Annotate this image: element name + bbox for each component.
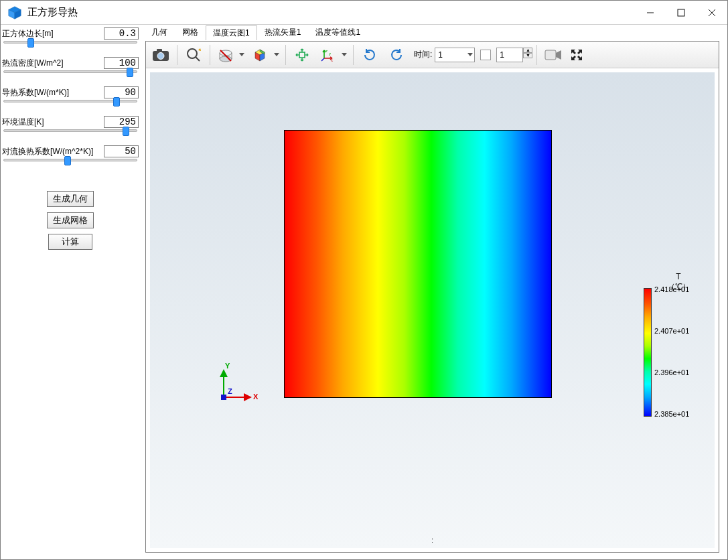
svg-line-22 [321, 58, 324, 61]
toolbar-divider [285, 45, 286, 65]
svg-rect-19 [299, 52, 305, 58]
param-convection-coeff-label: 对流换热系数[W/(m^2*K)] [2, 146, 93, 157]
close-button[interactable] [697, 1, 727, 25]
zoom-extents-button[interactable] [181, 44, 206, 66]
param-ambient-temp-input[interactable] [104, 116, 139, 128]
svg-rect-4 [678, 9, 684, 16]
parameter-panel: 正方体边长[m] 热流密度[W/m^2] 导热系数[W/(m*K)] [1, 25, 140, 559]
tab-heat-flux-vector[interactable]: 热流矢量1 [257, 25, 309, 40]
colorbar-label: 2.396e+01 [654, 368, 689, 376]
colorbar-label: 2.418e+01 [654, 285, 689, 293]
time-combo-value: 1 [438, 50, 443, 60]
svg-point-10 [188, 49, 197, 58]
frame-spin-buttons[interactable]: ▲▼ [523, 48, 532, 62]
svg-text:z: z [325, 49, 327, 53]
app-icon [7, 5, 22, 20]
param-edge-length-slider[interactable] [3, 41, 137, 44]
minimize-button[interactable] [635, 1, 666, 25]
svg-line-11 [196, 57, 200, 61]
window-title: 正方形导热 [27, 6, 78, 19]
toolbar-divider [353, 45, 354, 65]
rotate-cw-button[interactable] [384, 44, 409, 66]
graphics-canvas[interactable]: X Y Z T（℃） 2.418e+01 2.4 [146, 68, 719, 552]
generate-geometry-button[interactable]: 生成几何 [47, 191, 94, 207]
video-record-button[interactable] [541, 44, 565, 66]
svg-rect-30 [221, 395, 226, 400]
tab-geometry[interactable]: 几何 [144, 25, 175, 40]
param-convection-coeff-input[interactable] [104, 145, 139, 157]
colorbar-label: 2.407e+01 [654, 327, 689, 335]
colorbar-label: 2.385e+01 [654, 410, 689, 418]
toolbar-divider [177, 45, 177, 65]
tab-mesh[interactable]: 网格 [175, 25, 206, 40]
chevron-down-icon [467, 53, 473, 56]
axis-triad: X Y Z [210, 360, 264, 416]
toolbar-divider [536, 45, 537, 65]
svg-text:Z: Z [228, 387, 232, 395]
svg-marker-27 [556, 50, 561, 60]
svg-rect-26 [545, 50, 556, 60]
maximize-button[interactable] [666, 1, 697, 25]
axis-orientation-button[interactable]: z y x [317, 44, 349, 66]
colorbar-strip [644, 288, 652, 417]
svg-text:x: x [331, 58, 333, 62]
clip-plane-button[interactable] [214, 44, 246, 66]
frame-spin-input[interactable]: 1 [496, 48, 523, 62]
toggle-show-checkbox[interactable] [480, 50, 491, 60]
status-indicator: : [431, 536, 433, 544]
rotate-ccw-button[interactable] [358, 44, 382, 66]
pan-button[interactable] [290, 44, 314, 66]
param-conductivity-slider[interactable] [3, 100, 137, 102]
generate-mesh-button[interactable]: 生成网格 [47, 212, 94, 228]
colorbar: 2.418e+01 2.407e+01 2.396e+01 2.385e+01 [644, 288, 696, 417]
toolbar-divider [210, 45, 210, 65]
tab-temperature-contour[interactable]: 温度云图1 [206, 25, 257, 40]
tab-iso-lines[interactable]: 温度等值线1 [308, 25, 368, 40]
snapshot-button[interactable] [149, 44, 173, 66]
svg-text:X: X [253, 393, 259, 401]
svg-point-9 [157, 52, 164, 59]
viewer-toolbar: z y x 时间: 1 [146, 42, 719, 68]
param-conductivity-input[interactable] [104, 86, 139, 98]
param-ambient-temp-slider[interactable] [3, 129, 137, 132]
param-heat-flux-input[interactable] [104, 57, 139, 69]
param-conductivity-label: 导热系数[W/(m*K)] [2, 87, 69, 98]
svg-rect-8 [157, 49, 162, 52]
compute-button[interactable]: 计算 [48, 234, 92, 250]
temperature-field-plot [284, 130, 552, 398]
time-combo[interactable]: 1 [435, 48, 475, 62]
param-heat-flux-slider[interactable] [3, 70, 137, 73]
param-edge-length-input[interactable] [104, 27, 139, 40]
chevron-down-icon [239, 53, 244, 56]
tabs-bar: 几何 网格 温度云图1 热流矢量1 温度等值线1 [140, 25, 727, 40]
param-ambient-temp-label: 环境温度[K] [2, 117, 44, 128]
param-convection-coeff-slider[interactable] [3, 159, 137, 161]
time-label: 时间: [414, 49, 432, 60]
titlebar: 正方形导热 [1, 1, 727, 25]
param-heat-flux-label: 热流密度[W/m^2] [2, 58, 64, 69]
svg-text:y: y [329, 52, 331, 56]
svg-text:Y: Y [225, 362, 230, 370]
chevron-down-icon [274, 53, 279, 56]
color-cube-button[interactable] [249, 44, 281, 66]
param-edge-length-label: 正方体边长[m] [2, 28, 54, 40]
fullscreen-button[interactable] [568, 44, 585, 66]
chevron-down-icon [342, 53, 347, 56]
